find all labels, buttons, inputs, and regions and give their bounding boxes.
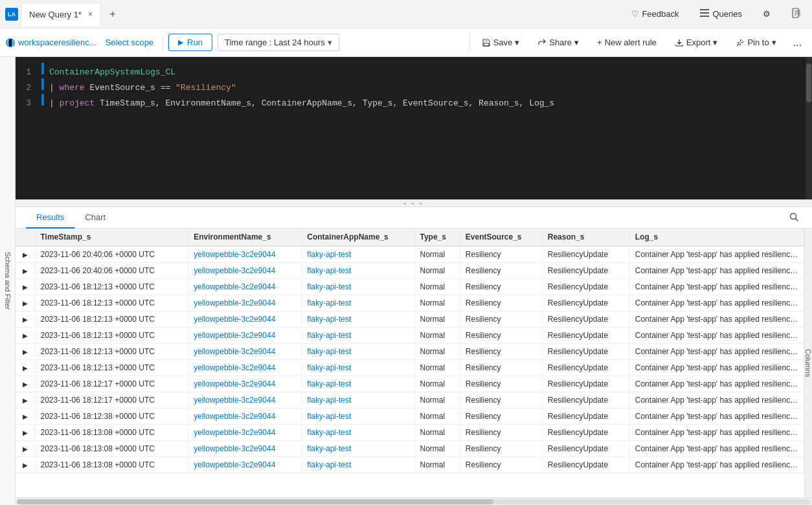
row-expand-icon[interactable]: ▶ (16, 441, 35, 457)
col-header-env[interactable]: EnvironmentName_s (188, 229, 302, 246)
cell-source: Resiliency (460, 441, 542, 457)
cell-source: Resiliency (460, 295, 542, 311)
pane-divider[interactable]: • • • (16, 199, 812, 207)
table-row[interactable]: ▶ 2023-11-06 18:12:13 +0000 UTC yellowpe… (16, 311, 804, 328)
app-logo: LA (5, 8, 18, 21)
cell-reason: ResiliencyUpdate (542, 425, 629, 441)
cell-app: flaky-api-test (302, 457, 414, 473)
cell-source: Resiliency (460, 360, 542, 376)
more-button[interactable]: ... (788, 34, 807, 51)
table-row[interactable]: ▶ 2023-11-06 18:13:08 +0000 UTC yellowpe… (16, 441, 804, 457)
columns-panel[interactable]: Columns (804, 229, 812, 497)
row-expand-icon[interactable]: ▶ (16, 425, 35, 441)
time-range-selector[interactable]: Time range : Last 24 hours ▾ (218, 34, 339, 51)
docs-button[interactable] (786, 5, 807, 23)
row-expand-icon[interactable]: ▶ (16, 311, 35, 328)
alert-icon: + (597, 38, 602, 47)
cell-env: yellowpebble-3c2e9044 (188, 392, 302, 409)
row-expand-icon[interactable]: ▶ (16, 360, 35, 376)
cell-env: yellowpebble-3c2e9044 (188, 425, 302, 441)
workspace-selector[interactable]: workspaceresilienc... (5, 38, 96, 48)
select-scope-button[interactable]: Select scope (102, 35, 157, 50)
cell-timestamp: 2023-11-06 18:13:08 +0000 UTC (35, 441, 188, 457)
pin-to-button[interactable]: Pin to ▾ (729, 34, 782, 50)
h-scrollbar-thumb[interactable] (17, 499, 493, 504)
cell-timestamp: 2023-11-06 20:40:06 +0000 UTC (35, 263, 188, 279)
share-icon (537, 38, 547, 47)
table-row[interactable]: ▶ 2023-11-06 18:12:13 +0000 UTC yellowpe… (16, 328, 804, 344)
cell-type: Normal (414, 360, 460, 376)
tab-results[interactable]: Results (26, 207, 74, 229)
cell-source: Resiliency (460, 246, 542, 263)
cell-app: flaky-api-test (302, 344, 414, 360)
row-expand-icon[interactable]: ▶ (16, 246, 35, 263)
table-row[interactable]: ▶ 2023-11-06 18:12:17 +0000 UTC yellowpe… (16, 392, 804, 409)
editor-scrollbar-thumb[interactable] (806, 63, 811, 102)
results-table-container[interactable]: TimeStamp_s EnvironmentName_s ContainerA… (16, 229, 804, 497)
cell-app: flaky-api-test (302, 311, 414, 328)
code-editor[interactable]: 1 ContainerAppSystemLogs_CL 2 | where Ev… (16, 57, 812, 199)
cell-timestamp: 2023-11-06 18:12:13 +0000 UTC (35, 279, 188, 295)
col-header-log[interactable]: Log_s (629, 229, 804, 246)
cell-log: Container App 'test-app' has applied res… (629, 376, 804, 392)
run-button[interactable]: ▶ Run (168, 34, 212, 51)
toolbar: workspaceresilienc... Select scope ▶ Run… (0, 28, 812, 57)
svg-rect-9 (484, 43, 489, 46)
row-expand-icon[interactable]: ▶ (16, 457, 35, 473)
table-row[interactable]: ▶ 2023-11-06 18:12:13 +0000 UTC yellowpe… (16, 360, 804, 376)
pin-chevron-icon: ▾ (772, 38, 776, 47)
cell-reason: ResiliencyUpdate (542, 328, 629, 344)
cell-type: Normal (414, 246, 460, 263)
cell-reason: ResiliencyUpdate (542, 295, 629, 311)
table-row[interactable]: ▶ 2023-11-06 18:12:13 +0000 UTC yellowpe… (16, 344, 804, 360)
cell-source: Resiliency (460, 311, 542, 328)
col-header-eventsource[interactable]: EventSource_s (460, 229, 542, 246)
export-button[interactable]: Export ▾ (668, 34, 725, 50)
cell-reason: ResiliencyUpdate (542, 311, 629, 328)
editor-scrollbar[interactable] (806, 57, 812, 199)
table-row[interactable]: ▶ 2023-11-06 20:40:06 +0000 UTC yellowpe… (16, 246, 804, 263)
horizontal-scrollbar[interactable] (16, 497, 812, 505)
row-expand-icon[interactable]: ▶ (16, 328, 35, 344)
schema-sidebar[interactable]: Schema and Filter (0, 57, 16, 505)
table-row[interactable]: ▶ 2023-11-06 18:12:13 +0000 UTC yellowpe… (16, 295, 804, 311)
results-search-icon[interactable] (786, 209, 802, 227)
col-header-timestamp[interactable]: TimeStamp_s (35, 229, 188, 246)
results-tabs: Results Chart (16, 207, 812, 229)
row-expand-icon[interactable]: ▶ (16, 376, 35, 392)
cell-app: flaky-api-test (302, 295, 414, 311)
add-tab-button[interactable]: + (104, 5, 122, 23)
share-button[interactable]: Share ▾ (531, 34, 585, 50)
col-header-type[interactable]: Type_s (414, 229, 460, 246)
tab-chart[interactable]: Chart (74, 207, 116, 229)
cell-reason: ResiliencyUpdate (542, 392, 629, 409)
chevron-down-icon: ▾ (328, 38, 332, 47)
cell-type: Normal (414, 344, 460, 360)
table-row[interactable]: ▶ 2023-11-06 18:13:08 +0000 UTC yellowpe… (16, 457, 804, 473)
table-row[interactable]: ▶ 2023-11-06 18:12:38 +0000 UTC yellowpe… (16, 409, 804, 425)
table-row[interactable]: ▶ 2023-11-06 18:13:08 +0000 UTC yellowpe… (16, 425, 804, 441)
table-row[interactable]: ▶ 2023-11-06 20:40:06 +0000 UTC yellowpe… (16, 263, 804, 279)
row-expand-icon[interactable]: ▶ (16, 344, 35, 360)
feedback-button[interactable]: ♡ Feedback (626, 6, 684, 21)
row-expand-icon[interactable]: ▶ (16, 279, 35, 295)
row-expand-icon[interactable]: ▶ (16, 263, 35, 279)
new-alert-rule-button[interactable]: + New alert rule (591, 34, 663, 50)
cell-app: flaky-api-test (302, 263, 414, 279)
row-expand-icon[interactable]: ▶ (16, 392, 35, 409)
table-row[interactable]: ▶ 2023-11-06 18:12:13 +0000 UTC yellowpe… (16, 279, 804, 295)
export-icon (675, 38, 684, 47)
row-expand-icon[interactable]: ▶ (16, 409, 35, 425)
tab-close-icon[interactable]: × (88, 10, 93, 19)
settings-button[interactable]: ⚙ (758, 6, 776, 21)
queries-button[interactable]: Queries (694, 5, 747, 23)
col-header-app[interactable]: ContainerAppName_s (302, 229, 414, 246)
results-table: TimeStamp_s EnvironmentName_s ContainerA… (16, 229, 804, 473)
svg-rect-8 (484, 39, 488, 42)
cell-log: Container App 'test-app' has applied res… (629, 279, 804, 295)
table-row[interactable]: ▶ 2023-11-06 18:12:17 +0000 UTC yellowpe… (16, 376, 804, 392)
col-header-reason[interactable]: Reason_s (542, 229, 629, 246)
active-tab[interactable]: New Query 1* × (21, 3, 101, 26)
row-expand-icon[interactable]: ▶ (16, 295, 35, 311)
save-button[interactable]: Save ▾ (475, 34, 526, 50)
